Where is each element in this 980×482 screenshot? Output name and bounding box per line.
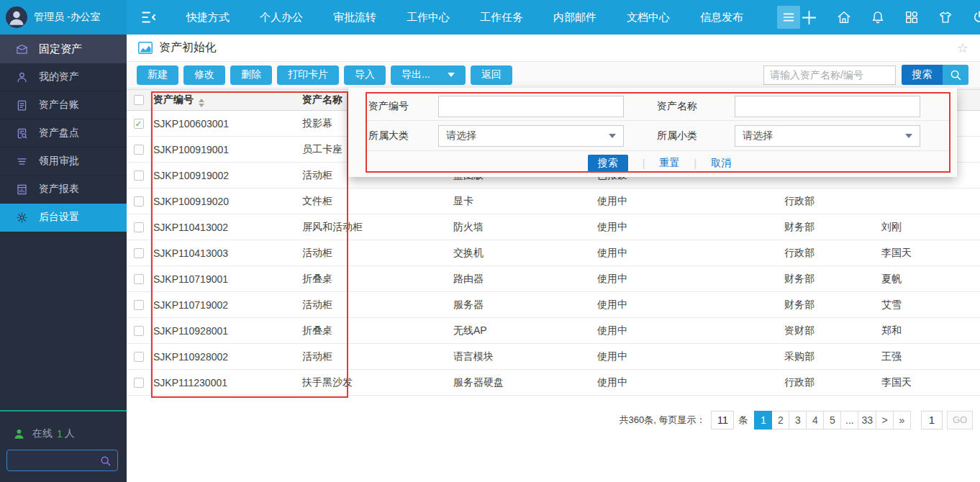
row-checkbox[interactable]	[134, 145, 144, 155]
topbar-action-icons	[800, 9, 980, 27]
page-button[interactable]: 33	[858, 411, 876, 429]
sidebar-item[interactable]: 资产盘点	[0, 119, 127, 147]
plus-icon[interactable]	[800, 9, 818, 27]
asset-name-input[interactable]	[735, 96, 920, 117]
page-button[interactable]: 5	[823, 411, 841, 429]
table-row[interactable]: SJKP111230001 扶手黑沙发 服务器硬盘 使用中 行政部 李国天	[127, 370, 980, 396]
top-nav-item[interactable]: 快捷方式	[171, 11, 245, 24]
user-avatar[interactable]	[6, 6, 27, 28]
favorite-star-icon[interactable]: ☆	[957, 42, 968, 55]
sort-icon[interactable]	[199, 99, 204, 107]
top-navigation: 快捷方式 个人办公 审批流转 工作中心 工作任务 内部邮件 文档中心 信息发布	[171, 11, 758, 24]
sidebar-item[interactable]: 资产报表	[0, 176, 127, 204]
sidebar-module-fixed-assets[interactable]: 固定资产	[0, 35, 127, 63]
goto-page-input[interactable]: 1	[921, 411, 943, 429]
minor-category-select[interactable]: 请选择	[735, 125, 920, 147]
page-size-input[interactable]: 11	[711, 411, 734, 429]
top-nav-item[interactable]: 审批流转	[318, 11, 391, 24]
row-checkbox[interactable]	[134, 222, 144, 232]
toolbar-button[interactable]: 导出...	[391, 65, 466, 85]
cell-asset-no: SJKP100919002	[151, 170, 295, 181]
cell-department: 采购部	[777, 350, 874, 363]
toolbar-button[interactable]: 修改	[183, 65, 225, 85]
top-nav-item[interactable]: 信息发布	[685, 11, 758, 24]
pagination-total: 共360条, 每页显示：	[620, 414, 706, 427]
module-label: 固定资产	[39, 42, 82, 56]
row-checkbox[interactable]	[134, 326, 144, 336]
asset-no-input[interactable]	[438, 96, 624, 117]
toolbar-button[interactable]: 新建	[137, 65, 178, 85]
top-nav-item[interactable]: 内部邮件	[538, 11, 612, 24]
toolbar-button[interactable]: 打印卡片	[277, 65, 339, 85]
top-nav-item[interactable]: 文档中心	[612, 11, 685, 24]
cell-item-name: 服务器	[446, 299, 590, 312]
sidebar-item[interactable]: 领用审批	[0, 147, 127, 176]
cell-status: 使用中	[590, 195, 777, 208]
row-checkbox[interactable]	[134, 248, 144, 258]
sidebar-search-input[interactable]	[13, 455, 99, 466]
page-button[interactable]: 4	[806, 411, 824, 429]
cell-asset-no: SJKP111230001	[151, 377, 295, 388]
sidebar-item[interactable]: 后台设置	[0, 204, 127, 232]
user-area[interactable]: 管理员 -办公室	[0, 0, 127, 35]
top-nav-item[interactable]: 工作中心	[391, 11, 465, 24]
theme-icon[interactable]	[938, 9, 953, 25]
row-checkbox[interactable]	[134, 119, 144, 129]
page-button[interactable]: ...	[840, 411, 858, 429]
top-nav-item[interactable]: 个人办公	[245, 11, 318, 24]
page-button[interactable]: 2	[771, 411, 789, 429]
row-checkbox[interactable]	[134, 300, 144, 310]
sidebar-menu: 我的资产 资产台账 资产盘点 领用审批 资产报表	[0, 63, 127, 232]
page-button[interactable]: 3	[789, 411, 807, 429]
page-button[interactable]: »	[893, 411, 911, 429]
page-button[interactable]: >	[876, 411, 894, 429]
cell-item-name: 交换机	[446, 247, 590, 260]
magnifier-button[interactable]	[943, 65, 968, 85]
toolbar: 新建 修改 删除 打印卡片 导入 导出.	[127, 62, 980, 88]
search-icon[interactable]	[99, 455, 112, 467]
row-checkbox[interactable]	[134, 170, 144, 181]
row-checkbox[interactable]	[134, 274, 144, 284]
apps-icon[interactable]	[904, 9, 920, 25]
row-checkbox[interactable]	[134, 352, 144, 362]
table-row[interactable]: SJKP100919020 文件柜 显卡 使用中 行政部	[127, 188, 980, 214]
online-label: 在线	[32, 427, 53, 440]
pagination: 共360条, 每页显示： 11 条 1 2 3 4 5 ... 33 > »	[620, 411, 974, 429]
bell-icon[interactable]	[870, 9, 886, 25]
cell-item-name: 防火墙	[446, 221, 590, 234]
sidebar-item[interactable]: 我的资产	[0, 63, 127, 91]
sidebar-item[interactable]: 资产台账	[0, 91, 127, 119]
toolbar-button[interactable]: 导入	[344, 65, 386, 85]
page-button[interactable]: 1	[754, 411, 772, 429]
nav-more-button[interactable]	[777, 6, 800, 29]
row-checkbox[interactable]	[134, 378, 144, 388]
asset-name-label: 资产名称	[648, 100, 735, 113]
cell-user: 郑和	[874, 324, 980, 337]
table-row[interactable]: SJKP110413002 屏风和活动柜 防火墙 使用中 财务部 刘刚	[127, 214, 980, 240]
row-checkbox[interactable]	[134, 196, 144, 206]
header-asset-no[interactable]: 资产编号	[151, 94, 295, 107]
toolbar-button[interactable]: 返回	[471, 65, 512, 85]
gear-icon	[16, 212, 28, 224]
table-row[interactable]: SJKP110413003 活动柜 交换机 使用中 行政部 李国天	[127, 240, 980, 266]
top-nav-item[interactable]: 工作任务	[465, 11, 538, 24]
sidebar-toggle-icon[interactable]	[140, 8, 158, 27]
go-button[interactable]: GO	[947, 411, 973, 429]
power-icon[interactable]	[971, 9, 980, 25]
sidebar-search-box	[6, 450, 118, 471]
reset-link[interactable]: 重置	[660, 157, 680, 170]
table-row[interactable]: SJKP110719002 活动柜 服务器 使用中 财务部 艾雪	[127, 292, 980, 318]
major-category-select[interactable]: 请选择	[438, 125, 624, 147]
panel-search-button[interactable]: 搜索	[588, 155, 628, 172]
asset-search-input[interactable]	[763, 65, 896, 85]
online-status: 在线 1 人	[13, 427, 75, 440]
table-row[interactable]: SJKP110928001 折叠桌 无线AP 使用中 资财部 郑和	[127, 318, 980, 344]
table-row[interactable]: SJKP110928002 活动柜 语言模块 使用中 采购部 王强	[127, 344, 980, 370]
toolbar-button[interactable]: 删除	[230, 65, 272, 85]
cell-user: 李国天	[874, 247, 980, 260]
home-icon[interactable]	[836, 9, 852, 25]
table-row[interactable]: SJKP110719001 折叠桌 路由器 使用中 财务部 夏帆	[127, 266, 980, 292]
select-all-checkbox[interactable]	[134, 95, 144, 105]
cancel-link[interactable]: 取消	[711, 157, 731, 170]
search-button[interactable]: 搜索	[902, 65, 943, 85]
